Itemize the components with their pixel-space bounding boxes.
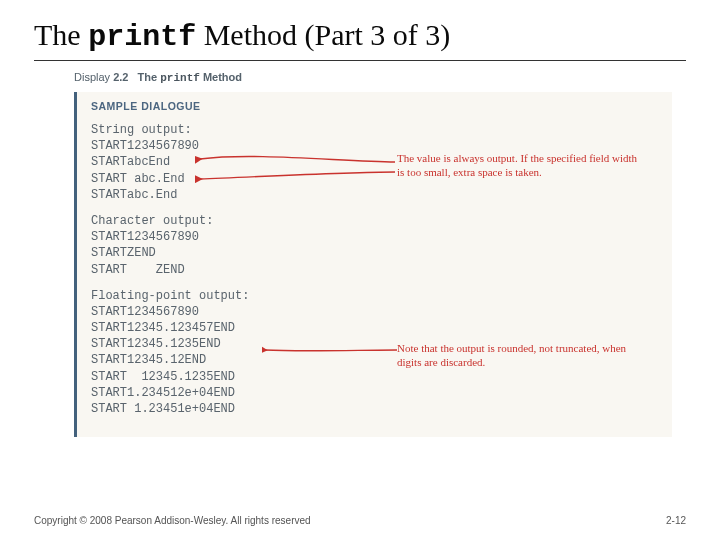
- display-caption: Display 2.2 The printf Method: [74, 71, 686, 84]
- title-code: printf: [88, 20, 196, 54]
- title-pre: The: [34, 18, 88, 51]
- display-number: 2.2: [113, 71, 128, 83]
- title-post: Method (Part 3 of 3): [196, 18, 450, 51]
- display-label: Display: [74, 71, 110, 83]
- char-output-block: Character output: START1234567890 STARTZ…: [91, 213, 660, 278]
- display-rest2: Method: [200, 71, 242, 83]
- sample-heading: SAMPLE DIALOGUE: [91, 100, 660, 112]
- slide: The printf Method (Part 3 of 3) Display …: [0, 0, 720, 540]
- page-number: 2-12: [666, 515, 686, 526]
- sample-panel: SAMPLE DIALOGUE String output: START1234…: [74, 92, 672, 437]
- display-rest1: The: [138, 71, 161, 83]
- slide-title: The printf Method (Part 3 of 3): [34, 18, 686, 61]
- footer: Copyright © 2008 Pearson Addison-Wesley.…: [34, 515, 686, 526]
- annotation-field-width: The value is always output. If the speci…: [397, 152, 647, 180]
- copyright-text: Copyright © 2008 Pearson Addison-Wesley.…: [34, 515, 311, 526]
- annotation-rounding: Note that the output is rounded, not tru…: [397, 342, 647, 370]
- display-code: printf: [160, 72, 200, 84]
